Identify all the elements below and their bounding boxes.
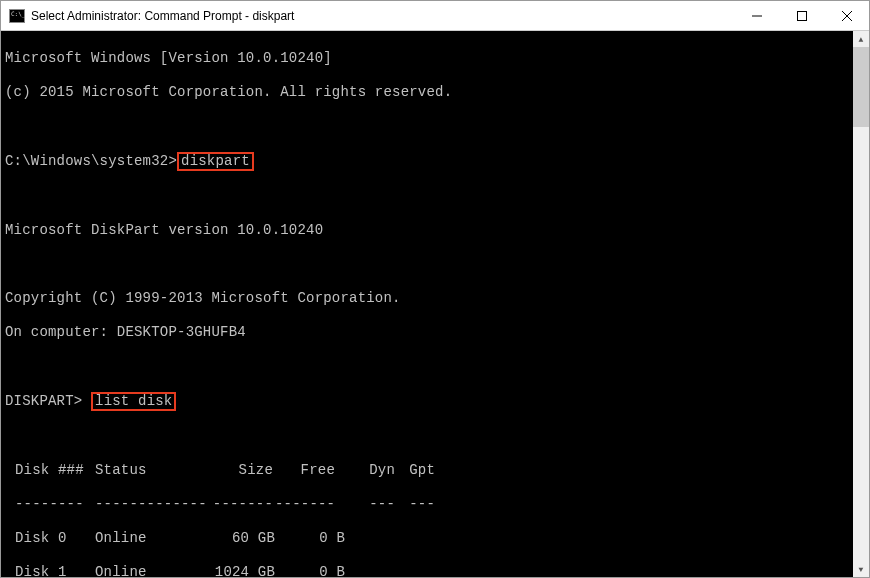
scroll-up-icon[interactable]: ▲ [853, 31, 869, 47]
banner-line: Microsoft Windows [Version 10.0.10240] [5, 50, 865, 67]
prompt-path: C:\Windows\system32> [5, 153, 177, 169]
window-controls [734, 1, 869, 30]
table-header: Disk ###StatusSizeFreeDynGpt [5, 462, 865, 479]
diskpart-copyright: Copyright (C) 1999-2013 Microsoft Corpor… [5, 290, 865, 307]
scrollbar[interactable]: ▲ ▼ [853, 31, 869, 577]
banner-line: (c) 2015 Microsoft Corporation. All righ… [5, 84, 865, 101]
table-rule: ----------------------------------------… [5, 496, 865, 513]
svg-line-2 [842, 11, 852, 21]
svg-rect-1 [797, 11, 806, 20]
cmd-icon [9, 9, 25, 23]
console-output[interactable]: Microsoft Windows [Version 10.0.10240] (… [1, 31, 869, 577]
maximize-button[interactable] [779, 1, 824, 30]
minimize-button[interactable] [734, 1, 779, 30]
window-title: Select Administrator: Command Prompt - d… [31, 9, 734, 23]
scroll-down-icon[interactable]: ▼ [853, 561, 869, 577]
highlight-list-disk: list disk [91, 392, 176, 411]
diskpart-computer: On computer: DESKTOP-3GHUFB4 [5, 324, 865, 341]
scrollbar-thumb[interactable] [853, 47, 869, 127]
titlebar: Select Administrator: Command Prompt - d… [1, 1, 869, 31]
svg-line-3 [842, 11, 852, 21]
table-row: Disk 1Online1024 GB0 B [5, 564, 865, 577]
highlight-diskpart: diskpart [177, 152, 254, 171]
diskpart-prompt: DISKPART> [5, 393, 82, 409]
diskpart-version: Microsoft DiskPart version 10.0.10240 [5, 222, 865, 239]
close-button[interactable] [824, 1, 869, 30]
table-row: Disk 0Online60 GB0 B [5, 530, 865, 547]
